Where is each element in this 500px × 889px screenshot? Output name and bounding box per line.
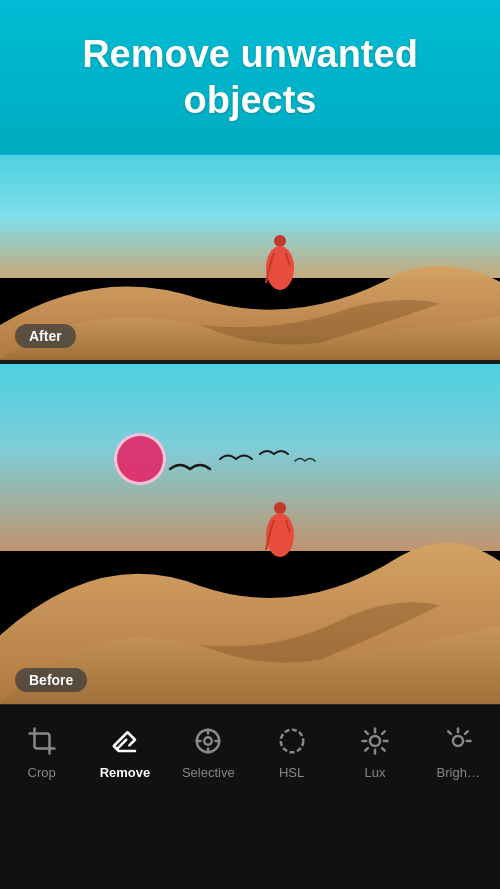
header-title: Remove unwanted objects: [20, 32, 480, 123]
birds: [140, 439, 340, 499]
crop-label: Crop: [28, 765, 56, 780]
tool-remove[interactable]: Remove: [90, 723, 160, 780]
hsl-icon: [274, 723, 310, 759]
tool-lux[interactable]: Lux: [340, 723, 410, 780]
svg-point-0: [274, 235, 286, 247]
svg-point-19: [370, 736, 380, 746]
tool-selective[interactable]: Selective: [173, 723, 243, 780]
remove-label: Remove: [100, 765, 151, 780]
header: Remove unwanted objects: [0, 0, 500, 155]
svg-line-24: [449, 731, 452, 734]
selective-label: Selective: [182, 765, 235, 780]
lux-icon: [357, 723, 393, 759]
svg-line-17: [365, 748, 368, 751]
svg-line-13: [365, 731, 368, 734]
svg-point-10: [280, 730, 303, 753]
figure-before: [260, 500, 300, 565]
tool-brightness[interactable]: Brigh…: [423, 723, 493, 780]
svg-point-2: [274, 502, 286, 514]
after-badge: After: [15, 324, 76, 348]
svg-line-18: [382, 731, 385, 734]
svg-line-14: [382, 748, 385, 751]
crop-icon: [24, 723, 60, 759]
figure-after: [260, 233, 300, 298]
remove-icon: [107, 723, 143, 759]
tool-hsl[interactable]: HSL: [257, 723, 327, 780]
selective-icon: [190, 723, 226, 759]
toolbar-items: Crop Remove: [0, 705, 500, 889]
toolbar: Crop Remove: [0, 704, 500, 889]
eraser-circle[interactable]: [114, 433, 166, 485]
brightness-icon: [440, 723, 476, 759]
tool-crop[interactable]: Crop: [7, 723, 77, 780]
sand-after: [0, 247, 500, 360]
after-panel: After: [0, 155, 500, 360]
before-badge: Before: [15, 668, 87, 692]
brightness-label: Brigh…: [437, 765, 480, 780]
hsl-label: HSL: [279, 765, 304, 780]
svg-line-21: [465, 731, 468, 734]
svg-point-5: [205, 737, 213, 745]
lux-label: Lux: [364, 765, 385, 780]
svg-point-23: [453, 736, 463, 746]
before-panel: Before: [0, 364, 500, 704]
